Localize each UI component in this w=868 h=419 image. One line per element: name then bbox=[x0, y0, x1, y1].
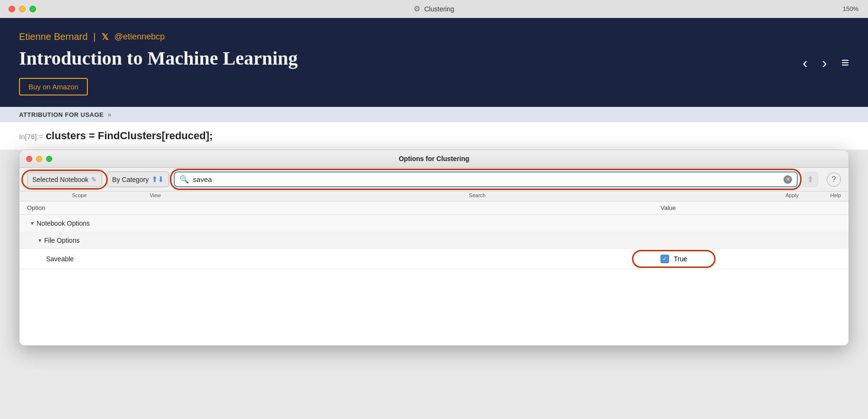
view-dropdown[interactable]: By Category ⬆⬇ bbox=[107, 171, 169, 187]
table-header: Option Value bbox=[19, 201, 849, 215]
value-column-header: Value bbox=[651, 204, 841, 211]
help-icon: ? bbox=[827, 172, 841, 187]
search-clear-button[interactable]: ✕ bbox=[783, 175, 792, 184]
search-icon: 🔍 bbox=[179, 175, 189, 184]
toolbar-labels: Scope View Search Apply Help bbox=[19, 191, 849, 201]
view-column-label: View bbox=[132, 192, 179, 198]
dialog-title: Options for Clustering bbox=[399, 155, 470, 162]
file-options-collapse-icon: ▾ bbox=[38, 237, 41, 244]
code-content: clusters = FindClusters[reduced]; bbox=[46, 130, 213, 142]
author-divider: | bbox=[94, 31, 96, 42]
saveable-checkbox[interactable]: ✓ bbox=[660, 255, 669, 263]
book-title: Introduction to Machine Learning bbox=[19, 47, 849, 69]
notebook-options-label: Notebook Options bbox=[37, 219, 90, 227]
code-prompt: In[76]:= bbox=[19, 133, 43, 141]
scope-column-label: Scope bbox=[27, 192, 132, 198]
dialog-close-button[interactable] bbox=[26, 156, 32, 162]
dialog-titlebar: Options for Clustering bbox=[19, 150, 849, 168]
window-title-text: Clustering bbox=[424, 5, 454, 13]
twitter-handle: @etiennebcp bbox=[114, 32, 165, 42]
nav-right-arrow[interactable]: › bbox=[822, 54, 827, 71]
saveable-option-label: Saveable bbox=[46, 255, 651, 263]
attribution-label: ATTRIBUTION FOR USAGE bbox=[19, 111, 104, 118]
help-column-label: Help bbox=[812, 192, 841, 198]
help-button[interactable]: ? bbox=[827, 172, 841, 187]
author-name: Etienne Bernard bbox=[19, 31, 88, 42]
gear-icon: ⚙ bbox=[414, 4, 420, 13]
window-title: ⚙ Clustering bbox=[414, 4, 454, 13]
empty-table-area bbox=[19, 269, 849, 345]
dialog-window: Options for Clustering Selected Notebook… bbox=[19, 150, 849, 346]
hamburger-menu[interactable]: ≡ bbox=[841, 56, 849, 69]
checkmark-icon: ✓ bbox=[662, 256, 667, 262]
buy-button[interactable]: Buy on Amazon bbox=[19, 78, 88, 95]
minimize-button[interactable] bbox=[19, 6, 26, 12]
collapse-icon: ▾ bbox=[31, 220, 34, 227]
scope-icon: ✎ bbox=[91, 176, 97, 183]
dialog-toolbar: Selected Notebook ✎ By Category ⬆⬇ 🔍 ✕ ⬆… bbox=[19, 168, 849, 191]
search-container: 🔍 ✕ bbox=[174, 171, 798, 187]
author-line: Etienne Bernard | 𝕏 @etiennebcp bbox=[19, 31, 849, 42]
maximize-button[interactable] bbox=[29, 6, 36, 12]
nav-left-arrow[interactable]: ‹ bbox=[802, 54, 808, 71]
saveable-oval-wrapper: ✓ True bbox=[660, 255, 687, 263]
apply-column-label: Apply bbox=[775, 192, 809, 198]
scope-oval-wrapper: Selected Notebook ✎ bbox=[27, 172, 102, 187]
file-options-subgroup[interactable]: ▾ File Options bbox=[19, 232, 849, 249]
attribution-bar: ATTRIBUTION FOR USAGE » bbox=[0, 107, 868, 122]
search-input[interactable] bbox=[193, 175, 780, 183]
notebook-options-group[interactable]: ▾ Notebook Options bbox=[19, 215, 849, 232]
close-button[interactable] bbox=[9, 6, 15, 12]
search-column-label: Search bbox=[179, 192, 775, 198]
attribution-arrow: » bbox=[108, 111, 112, 118]
apply-button[interactable]: ⬆ bbox=[802, 172, 818, 187]
scope-dropdown[interactable]: Selected Notebook ✎ bbox=[27, 172, 102, 187]
apply-icon: ⬆ bbox=[807, 174, 814, 185]
zoom-level: 150% bbox=[843, 5, 859, 12]
dialog-maximize-button[interactable] bbox=[46, 156, 52, 162]
file-options-label: File Options bbox=[44, 237, 80, 244]
option-column-header: Option bbox=[27, 204, 651, 211]
header-section: Etienne Bernard | 𝕏 @etiennebcp Introduc… bbox=[0, 18, 868, 107]
saveable-value-text: True bbox=[674, 255, 687, 263]
dialog-window-controls bbox=[26, 156, 52, 162]
saveable-row: Saveable ✓ True bbox=[19, 249, 849, 269]
window-controls bbox=[9, 6, 36, 12]
chevron-down-icon: ⬆⬇ bbox=[151, 175, 164, 184]
x-logo-icon: 𝕏 bbox=[102, 32, 109, 42]
title-bar: ⚙ Clustering 150% bbox=[0, 0, 868, 18]
dialog-minimize-button[interactable] bbox=[36, 156, 42, 162]
saveable-value: ✓ True bbox=[651, 255, 841, 263]
search-oval-wrapper: 🔍 ✕ bbox=[174, 171, 798, 187]
view-label: By Category bbox=[112, 176, 149, 183]
table-body: ▾ Notebook Options ▾ File Options Saveab… bbox=[19, 215, 849, 345]
nav-controls: ‹ › ≡ bbox=[802, 54, 849, 71]
code-line: In[76]:= clusters = FindClusters[reduced… bbox=[0, 122, 868, 150]
scope-label: Selected Notebook bbox=[32, 176, 88, 183]
